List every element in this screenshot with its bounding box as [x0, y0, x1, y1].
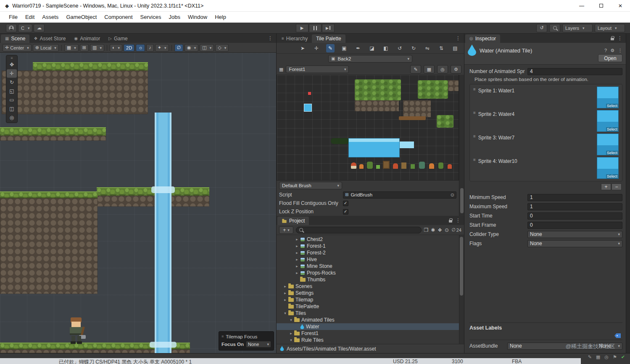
menu-services[interactable]: Services: [137, 12, 165, 22]
status-flag-icon[interactable]: [613, 355, 617, 359]
scale-tool[interactable]: [7, 87, 17, 95]
tree-item[interactable]: TilePalette: [277, 303, 464, 310]
focus-on-dropdown[interactable]: None: [246, 341, 271, 348]
active-target-dropdown[interactable]: Back2: [328, 55, 412, 63]
tool-z-position[interactable]: [451, 44, 459, 52]
help-icon[interactable]: [604, 48, 607, 53]
select-button[interactable]: Select: [606, 174, 618, 178]
inspector-lock-icon[interactable]: [611, 38, 614, 40]
scene-menu-kebab-icon[interactable]: [268, 36, 273, 41]
scrollbar-thumb[interactable]: [460, 188, 464, 213]
open-asset-icon[interactable]: [424, 228, 429, 233]
palette-grid-toggle[interactable]: [424, 65, 435, 73]
menu-help[interactable]: Help: [211, 12, 230, 22]
search-button[interactable]: [549, 24, 560, 32]
transform-tool[interactable]: [7, 105, 17, 113]
select-button[interactable]: Select: [606, 151, 618, 155]
effects-dropdown[interactable]: [155, 44, 169, 52]
menu-jobs[interactable]: Jobs: [165, 12, 184, 22]
handle-rotation-dropdown[interactable]: Local: [33, 44, 59, 52]
custom-tool[interactable]: [7, 113, 17, 122]
tree-item[interactable]: Props-Rocks: [277, 270, 464, 276]
inspector-kebab-icon[interactable]: [617, 36, 622, 41]
tool-eraser[interactable]: [368, 44, 376, 52]
project-search-input[interactable]: [305, 228, 418, 233]
brush-dropdown[interactable]: Default Brush: [279, 182, 342, 189]
label-filter-icon[interactable]: [438, 228, 442, 233]
drag-handle-icon[interactable]: [473, 87, 476, 92]
tree-item[interactable]: Scenes: [277, 283, 464, 290]
minimum-speed-field[interactable]: 1: [527, 194, 622, 201]
expand-arrow-icon[interactable]: [282, 284, 288, 288]
tool-rotate-ccw[interactable]: [395, 44, 404, 52]
assetbundle-variant-dropdown[interactable]: None: [596, 343, 622, 350]
create-asset-button[interactable]: +: [279, 226, 293, 234]
project-scrollbar[interactable]: [459, 235, 464, 344]
tool-box-fill[interactable]: [340, 44, 348, 52]
status-grid-icon[interactable]: [596, 355, 600, 359]
tree-item-selected[interactable]: Water: [277, 323, 464, 330]
open-button[interactable]: Open: [598, 54, 622, 62]
tree-item[interactable]: Tilemap: [277, 296, 464, 303]
rotate-tool[interactable]: [7, 78, 17, 86]
menu-window[interactable]: Window: [184, 12, 211, 22]
tree-item[interactable]: Forest-1: [277, 243, 464, 249]
play-button[interactable]: [296, 24, 308, 32]
flags-dropdown[interactable]: None: [527, 240, 622, 247]
tree-item[interactable]: Tiles: [277, 310, 464, 317]
project-tree[interactable]: Chest2 Forest-1 Forest-2 Hive Mine Stone…: [277, 235, 464, 344]
tree-item[interactable]: Thumbs: [277, 276, 464, 283]
menu-edit[interactable]: Edit: [21, 12, 38, 22]
tool-flip-x[interactable]: [423, 44, 432, 52]
presets-icon[interactable]: [610, 48, 614, 53]
overlay-drag-handle-icon[interactable]: [11, 56, 13, 60]
tree-item[interactable]: Forest-2: [277, 249, 464, 256]
sprite-list-item[interactable]: Sprite 4: Water10 Select: [472, 157, 619, 179]
favorites-icon[interactable]: [431, 228, 435, 233]
tree-item[interactable]: Mine Stone: [277, 263, 464, 270]
menu-assets[interactable]: Assets: [38, 12, 62, 22]
sprite-list-item[interactable]: Sprite 2: Water4 Select: [472, 110, 619, 132]
tab-inspector[interactable]: Inspector: [465, 34, 500, 43]
snap-increment-dropdown[interactable]: [90, 44, 104, 52]
sprite-thumbnail[interactable]: Select: [597, 157, 619, 179]
tree-item[interactable]: Settings: [277, 290, 464, 296]
scene-viewport[interactable]: Tilemap Focus Focus On None: [0, 53, 276, 353]
minimize-button[interactable]: —: [572, 0, 591, 11]
select-button[interactable]: Select: [606, 127, 618, 131]
type-filter-icon[interactable]: [445, 228, 449, 233]
palette-settings-button[interactable]: [451, 65, 461, 73]
tool-picker[interactable]: [354, 44, 362, 52]
status-edit-icon[interactable]: [588, 355, 592, 359]
palette-dropdown[interactable]: Forest1: [286, 65, 349, 73]
hidden-items-toggle[interactable]: 24: [451, 228, 461, 233]
tab-asset-store[interactable]: Asset Store: [29, 34, 70, 43]
tree-item[interactable]: Rule Tiles: [277, 337, 464, 343]
drag-handle-icon[interactable]: [473, 111, 476, 115]
pause-button[interactable]: [309, 24, 322, 32]
expand-arrow-icon[interactable]: [294, 251, 300, 255]
sprite-list-item[interactable]: Sprite 1: Water1 Select: [472, 86, 619, 109]
handle-position-dropdown[interactable]: Center: [3, 44, 32, 52]
expand-arrow-icon[interactable]: [294, 244, 300, 248]
expand-arrow-icon[interactable]: [282, 298, 288, 302]
layout-dropdown[interactable]: Layout: [595, 24, 625, 32]
maximize-button[interactable]: [591, 0, 611, 11]
flood-fill-checkbox[interactable]: [343, 201, 348, 206]
step-button[interactable]: [322, 24, 335, 32]
tab-animator[interactable]: Animator: [70, 34, 104, 43]
maximum-speed-field[interactable]: 1: [527, 203, 622, 210]
tool-rotate-cw[interactable]: [409, 44, 418, 52]
script-field[interactable]: GridBrush: [343, 191, 456, 199]
palette-gizmos-button[interactable]: [437, 65, 448, 73]
cloud-project-dropdown[interactable]: C: [18, 24, 32, 32]
expand-arrow-icon[interactable]: [282, 291, 288, 295]
cloud-button[interactable]: [34, 24, 45, 32]
tab-hierarchy[interactable]: Hierarchy: [277, 34, 312, 43]
tree-item[interactable]: Forest1: [277, 330, 464, 337]
sprite-list-item[interactable]: Sprite 3: Water7 Select: [472, 133, 619, 156]
draw-mode-dropdown[interactable]: [110, 44, 122, 52]
close-button[interactable]: ✕: [611, 0, 630, 11]
grid-visibility-dropdown[interactable]: [64, 44, 79, 52]
tile-palette-grid[interactable]: [277, 75, 459, 181]
